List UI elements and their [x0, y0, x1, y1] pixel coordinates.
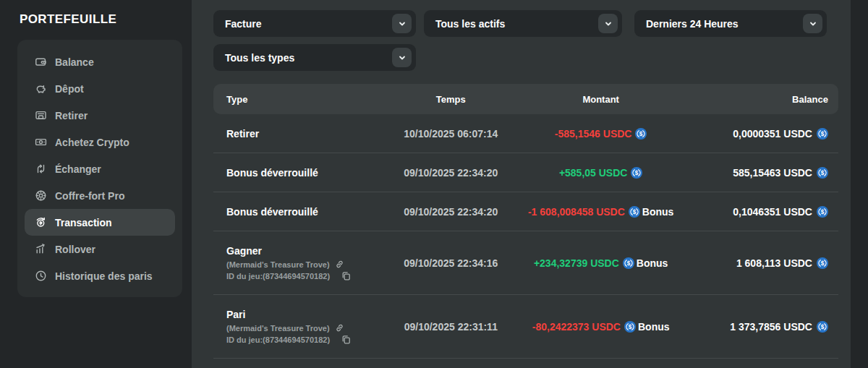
sidebar-item-label: Dêpot [55, 83, 84, 95]
svg-text:$: $ [821, 323, 825, 330]
link-icon[interactable] [335, 260, 344, 269]
tx-amount: +585,05 USDC [559, 167, 628, 179]
tx-time: 09/10/2025 22:34:20 [388, 167, 514, 179]
sidebar-item-echanger[interactable]: Échanger [25, 155, 175, 182]
tx-amount: -1 608,008458 USDC [528, 206, 625, 218]
sidebar-item-retirer[interactable]: Retirer [25, 102, 175, 129]
sidebar-item-label: Historique des paris [55, 270, 153, 282]
sidebar-item-coffre-fort-pro[interactable]: Coffre-fort Pro [25, 182, 175, 209]
wallet-icon [34, 56, 47, 69]
sidebar-item-depot[interactable]: Dêpot [25, 75, 175, 102]
assets-dropdown[interactable]: Tous les actifs [424, 10, 622, 37]
svg-text:$: $ [821, 169, 825, 176]
table-row: Retirer 10/10/2025 06:07:14 -585,1546 US… [213, 114, 838, 153]
usdc-icon: $ [624, 321, 636, 333]
coin-rotate-icon [34, 216, 47, 229]
chevron-down-icon[interactable] [803, 14, 822, 33]
usdc-icon: $ [817, 167, 828, 179]
sidebar-item-transaction[interactable]: Transaction [25, 209, 175, 236]
tx-time: 09/10/2025 22:31:11 [388, 321, 514, 333]
sidebar-item-label: Retirer [55, 110, 88, 121]
tx-balance: 0,1046351 USDC [733, 206, 812, 218]
tx-type: Bonus déverrouillé [213, 206, 388, 218]
svg-text:$: $ [627, 260, 631, 266]
withdraw-icon [34, 109, 47, 122]
tx-time: 09/10/2025 22:34:16 [388, 257, 514, 269]
tx-amount: +234,32739 USDC [534, 257, 619, 269]
tx-time: 10/10/2025 06:07:14 [388, 128, 514, 140]
tx-amount: -585,1546 USDC [555, 128, 632, 140]
table-row: Pari (Mermaid's Treasure Trove) ID du je… [213, 295, 838, 359]
table-row: Bonus déverrouillé 09/10/2025 22:34:20 -… [213, 192, 838, 231]
transactions-panel: Facture Tous les actifs Derniers 24 Heur… [192, 0, 851, 368]
tx-balance: 585,15463 USDC [733, 167, 812, 179]
transactions-table: Type Temps Montant Balance Retirer 10/10… [213, 84, 838, 359]
assets-dropdown-value: Tous les actifs [435, 18, 505, 30]
bonus-badge: Bonus [637, 257, 668, 269]
tx-balance: 1 373,7856 USDC [730, 321, 812, 333]
invoice-dropdown-value: Facture [225, 18, 262, 30]
piggy-bank-icon [34, 82, 47, 95]
header-temps: Temps [388, 94, 514, 105]
tx-type: Bonus déverrouillé [213, 167, 388, 179]
tx-balance: 0,0000351 USDC [733, 128, 812, 140]
copy-icon[interactable] [341, 335, 351, 344]
tx-game-name: (Mermaid's Treasure Trove) [226, 324, 330, 333]
svg-text:$: $ [821, 208, 825, 215]
bar-chart-icon [34, 243, 47, 256]
types-dropdown[interactable]: Tous les types [213, 44, 416, 71]
svg-text:$: $ [821, 260, 825, 266]
bonus-badge: Bonus [638, 321, 670, 333]
vault-icon [34, 189, 47, 202]
sidebar-item-label: Coffre-fort Pro [55, 190, 124, 202]
invoice-dropdown[interactable]: Facture [213, 10, 416, 37]
table-row: Gagner (Mermaid's Treasure Trove) ID du … [213, 231, 838, 295]
bonus-badge: Bonus [642, 206, 674, 218]
svg-text:$: $ [633, 208, 637, 215]
usdc-icon: $ [635, 128, 647, 140]
sidebar-item-achetez-crypto[interactable]: Achetez Crypto [25, 129, 175, 155]
usdc-icon: $ [623, 257, 634, 269]
period-dropdown[interactable]: Derniers 24 Heures [634, 10, 827, 37]
banknote-icon [34, 136, 47, 149]
sidebar-item-label: Balance [55, 56, 94, 68]
tx-type: Pari [226, 309, 388, 320]
chevron-down-icon[interactable] [392, 14, 412, 33]
tx-type: Retirer [213, 128, 388, 140]
header-type: Type [213, 94, 388, 105]
usdc-icon: $ [631, 167, 642, 179]
sidebar-item-rollover[interactable]: Rollover [25, 236, 175, 262]
swap-icon [34, 163, 47, 176]
filters-bar: Facture Tous les actifs Derniers 24 Heur… [213, 10, 840, 71]
table-header: Type Temps Montant Balance [213, 84, 838, 114]
sidebar-item-label: Transaction [55, 217, 112, 228]
svg-text:$: $ [629, 323, 632, 330]
table-row: Bonus déverrouillé 09/10/2025 22:34:20 +… [213, 153, 838, 192]
sidebar-item-label: Rollover [55, 244, 95, 255]
sidebar-item-label: Achetez Crypto [55, 137, 129, 148]
svg-text:$: $ [635, 169, 639, 176]
tx-amount: -80,2422373 USDC [532, 321, 621, 333]
usdc-icon: $ [817, 257, 828, 269]
usdc-icon: $ [629, 206, 640, 218]
tx-game-name: (Mermaid's Treasure Trove) [226, 260, 330, 269]
tx-game-id: ID du jeu:(87344694570182) [226, 335, 330, 344]
sidebar-nav: Balance Dêpot Retirer Achetez Crypto Éch [17, 40, 182, 297]
tx-balance: 1 608,113 USDC [736, 257, 812, 269]
sidebar-item-label: Échanger [55, 163, 101, 175]
period-dropdown-value: Derniers 24 Heures [646, 18, 739, 30]
link-icon[interactable] [335, 323, 344, 333]
usdc-icon: $ [817, 128, 828, 140]
usdc-icon: $ [817, 206, 828, 218]
header-balance: Balance [689, 94, 838, 105]
header-montant: Montant [514, 94, 689, 105]
chevron-down-icon[interactable] [392, 48, 412, 67]
sidebar-item-balance[interactable]: Balance [25, 48, 175, 75]
svg-text:$: $ [821, 130, 825, 137]
copy-icon[interactable] [341, 271, 351, 281]
tx-type: Gagner [226, 245, 388, 257]
sidebar-item-historique-des-paris[interactable]: Historique des paris [25, 262, 175, 289]
chevron-down-icon[interactable] [598, 14, 618, 33]
clock-icon [34, 270, 47, 283]
page-title: PORTEFEUILLE [0, 0, 192, 27]
